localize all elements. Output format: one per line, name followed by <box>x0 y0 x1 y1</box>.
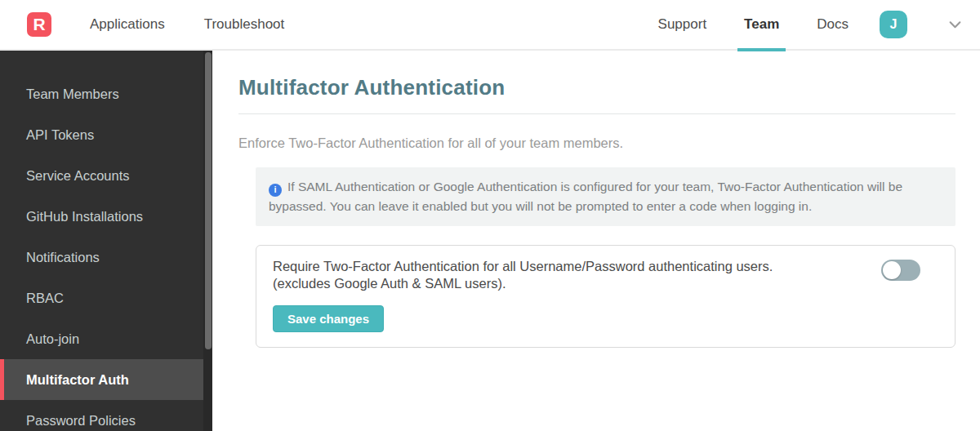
nav-item-troubleshoot[interactable]: Troubleshoot <box>203 0 287 50</box>
title-divider <box>238 113 956 114</box>
sidebar-item-multifactor-auth[interactable]: Multifactor Auth <box>0 359 212 400</box>
toggle-knob <box>883 261 901 279</box>
sidebar-item-github-installations[interactable]: GitHub Installations <box>0 196 212 237</box>
require-2fa-toggle[interactable] <box>881 260 920 281</box>
info-callout-text: If SAML Authentication or Google Authent… <box>269 180 902 213</box>
sidebar-item-service-accounts[interactable]: Service Accounts <box>0 155 212 196</box>
page-title: Multifactor Authentication <box>238 75 956 100</box>
nav-item-applications[interactable]: Applications <box>88 0 167 50</box>
nav-item-support[interactable]: Support <box>657 0 709 50</box>
sidebar-item-password-policies[interactable]: Password Policies <box>0 400 212 431</box>
toggle-label: Require Two-Factor Authentication for al… <box>273 258 881 292</box>
rollbar-logo[interactable]: R <box>27 12 51 37</box>
settings-sidebar: Team Members API Tokens Service Accounts… <box>0 51 212 431</box>
sidebar-item-team-members[interactable]: Team Members <box>0 73 212 114</box>
info-icon: i <box>269 184 282 197</box>
sidebar-scrollbar-track[interactable] <box>203 51 212 431</box>
nav-left: Applications Troubleshoot <box>88 0 286 50</box>
nav-item-team[interactable]: Team <box>742 0 781 50</box>
sidebar-item-api-tokens[interactable]: API Tokens <box>0 114 212 155</box>
toggle-label-line1: Require Two-Factor Authentication for al… <box>273 258 857 275</box>
nav-right: Support Team Docs J <box>657 0 962 50</box>
nav-item-docs[interactable]: Docs <box>815 0 850 50</box>
chevron-down-icon[interactable] <box>948 18 962 32</box>
mfa-settings-card: Require Two-Factor Authentication for al… <box>256 245 956 348</box>
sidebar-item-rbac[interactable]: RBAC <box>0 278 212 318</box>
toggle-label-line2: (excludes Google Auth & SAML users). <box>273 275 857 292</box>
section-description: Enforce Two-Factor Authentication for al… <box>238 136 956 151</box>
user-avatar[interactable]: J <box>880 11 907 38</box>
top-navbar: R Applications Troubleshoot Support Team… <box>0 0 980 51</box>
sidebar-scrollbar-thumb[interactable] <box>205 52 212 349</box>
sidebar-item-notifications[interactable]: Notifications <box>0 237 212 278</box>
save-changes-button[interactable]: Save changes <box>273 305 384 332</box>
main-content: Multifactor Authentication Enforce Two-F… <box>212 51 980 431</box>
info-callout: iIf SAML Authentication or Google Authen… <box>256 167 956 226</box>
sidebar-item-auto-join[interactable]: Auto-join <box>0 318 212 359</box>
